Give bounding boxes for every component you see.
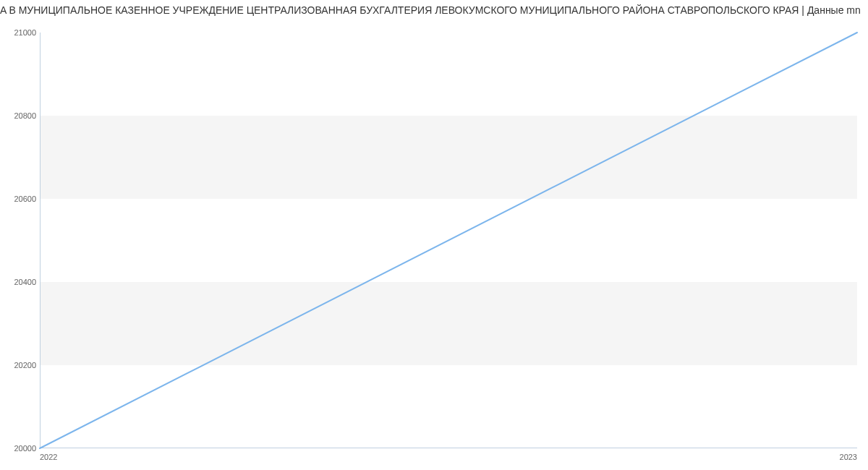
y-tick-label: 20200 (0, 361, 36, 369)
line-layer (40, 33, 857, 448)
chart-container: A В МУНИЦИПАЛЬНОЕ КАЗЕННОЕ УЧРЕЖДЕНИЕ ЦЕ… (0, 0, 868, 470)
chart-title: A В МУНИЦИПАЛЬНОЕ КАЗЕННОЕ УЧРЕЖДЕНИЕ ЦЕ… (0, 4, 868, 16)
series-line (40, 33, 857, 448)
y-tick-label: 20000 (0, 444, 36, 453)
y-tick-label: 20600 (0, 195, 36, 203)
x-tick-label: 2022 (40, 453, 57, 461)
plot-area (40, 33, 857, 448)
y-tick-label: 20800 (0, 111, 36, 120)
y-tick-label: 20400 (0, 278, 36, 286)
x-tick-label: 2023 (840, 453, 857, 461)
y-tick-label: 21000 (0, 28, 36, 37)
